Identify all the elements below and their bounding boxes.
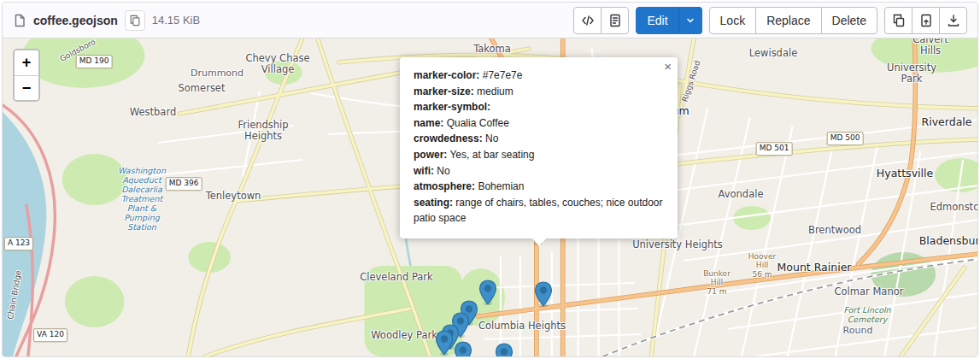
download-button[interactable] [939,7,967,34]
file-action-group: Lock Replace Delete [709,7,877,34]
raw-file-icon [919,14,933,27]
popup-field: power: Yes, at bar seating [414,147,664,163]
clipboard-icon [129,15,141,26]
feature-popup: × marker-color: #7e7e7e marker-size: med… [400,57,678,238]
file-header: coffee.geojson 14.15 KiB [3,3,977,38]
map-marker[interactable] [478,280,497,305]
popup-field: marker-size: medium [414,84,664,100]
popup-field: atmosphere: Bohemian [414,179,664,195]
view-toggle-group [573,7,629,34]
popup-tip [531,238,547,246]
file-name: coffee.geojson [33,14,118,27]
popup-field: crowdedness: No [414,131,664,147]
map-marker[interactable] [495,343,513,356]
document-icon [608,14,622,27]
edit-dropdown-toggle[interactable] [678,7,702,34]
code-icon [581,14,595,27]
zoom-control: + − [13,49,40,102]
download-icon [947,14,960,27]
popup-field: name: Qualia Coffee [414,115,664,132]
popup-field: wifi: No [414,163,664,180]
map[interactable]: GoldsboroMD 190Chevy Chase VillageDrummo… [3,38,978,356]
copy-path-button[interactable] [125,10,145,31]
file-viewer: coffee.geojson 14.15 KiB [2,2,978,357]
copy-contents-button[interactable] [884,7,913,34]
delete-button[interactable]: Delete [821,7,877,34]
edit-split-button: Edit [636,7,701,34]
map-marker[interactable] [435,330,454,356]
zoom-out-button[interactable]: − [15,75,38,100]
map-marker[interactable] [454,341,472,356]
map-marker[interactable] [534,281,553,307]
popup-close-button[interactable]: × [664,60,672,73]
lock-button[interactable]: Lock [709,7,757,34]
popup-field: seating: range of chairs, tables, couche… [414,195,664,227]
file-icon [13,14,26,27]
chevron-down-icon [685,15,695,26]
file-utility-group [884,7,967,34]
display-source-button[interactable] [573,7,601,34]
replace-button[interactable]: Replace [755,7,821,34]
popup-field: marker-color: #7e7e7e [414,68,664,84]
file-size: 14.15 KiB [152,14,200,26]
display-rendered-button[interactable] [601,7,629,34]
popup-field: marker-symbol: [414,99,664,115]
open-raw-button[interactable] [912,7,940,34]
zoom-in-button[interactable]: + [15,50,38,75]
copy-icon [892,14,906,27]
edit-button[interactable]: Edit [636,7,678,34]
